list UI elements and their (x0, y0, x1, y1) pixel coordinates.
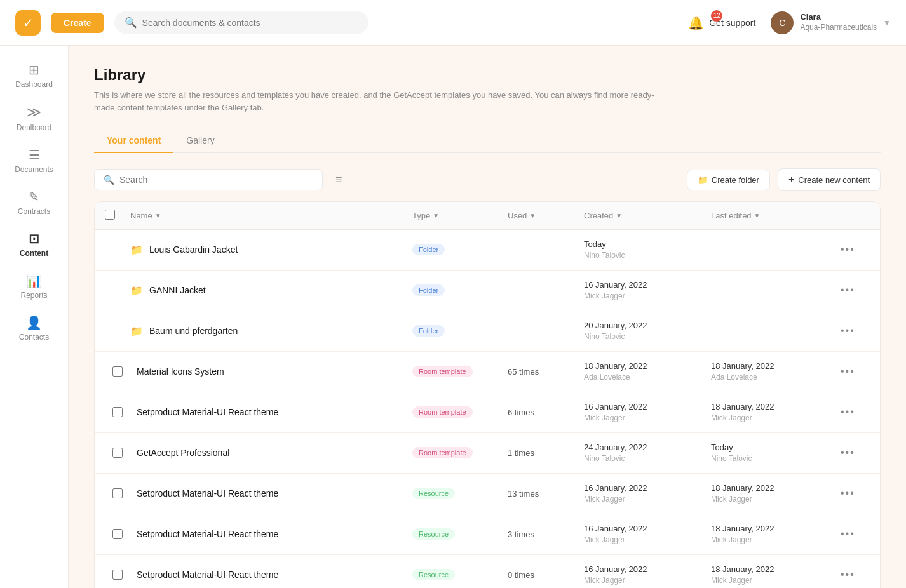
more-options-button[interactable]: ••• (838, 404, 858, 420)
row-checkbox[interactable] (112, 529, 123, 539)
row-check-cell (105, 529, 130, 539)
row-checkbox[interactable] (112, 448, 123, 458)
tab-gallery[interactable]: Gallery (173, 129, 227, 153)
row-created-by: Nino Talovic (584, 331, 711, 342)
logo[interactable]: ✓ (15, 10, 41, 36)
sort-used-icon: ▼ (529, 212, 536, 219)
create-button[interactable]: Create (51, 13, 104, 33)
more-options-button[interactable]: ••• (838, 444, 858, 461)
row-name: Material Icons System (130, 366, 412, 377)
sidebar-label-content: Content (20, 249, 48, 258)
row-checkbox[interactable] (112, 488, 123, 498)
folder-icon: 📁 (130, 244, 143, 256)
row-created: 16 January, 2022 Mick Jagger (584, 401, 711, 424)
row-last-edited: 18 January, 2022 Ada Lovelace (711, 361, 838, 383)
contacts-icon: 👤 (26, 315, 42, 330)
documents-icon: ☰ (29, 147, 40, 163)
row-actions: ••• (838, 444, 870, 461)
sidebar-item-reports[interactable]: 📊 Reports (6, 267, 63, 306)
sidebar-item-dealboard[interactable]: ≫ Dealboard (6, 98, 63, 138)
search-icon: 🔍 (104, 175, 114, 185)
table-row: 📁 Louis Gabardin Jacket Folder Today Nin… (95, 230, 880, 271)
col-used-label: Used (508, 211, 527, 220)
row-name: 📁 Louis Gabardin Jacket (130, 244, 412, 256)
row-edited-date: Today (711, 442, 838, 453)
row-edited-date: 18 January, 2022 (711, 401, 838, 413)
row-edited-by: Nino Talovic (711, 453, 838, 464)
row-created-date: 20 January, 2022 (584, 320, 711, 331)
row-type: Room template (412, 447, 508, 458)
plus-icon: + (788, 174, 794, 185)
more-options-button[interactable]: ••• (838, 485, 858, 502)
row-check-cell (105, 570, 130, 580)
row-edited-by: Mick Jagger (711, 535, 838, 545)
sidebar-item-documents[interactable]: ☰ Documents (6, 141, 63, 180)
row-checkbox[interactable] (112, 570, 123, 580)
main-content: Library This is where we store all the r… (69, 46, 906, 588)
global-search[interactable]: 🔍 (114, 11, 368, 34)
sidebar-item-contracts[interactable]: ✎ Contracts (6, 183, 63, 222)
row-name-text: Setproduct Material-UI React theme (137, 407, 278, 417)
row-checkbox[interactable] (112, 366, 123, 377)
row-used: 0 times (508, 570, 584, 580)
dealboard-icon: ≫ (27, 104, 41, 121)
sidebar-item-content[interactable]: ⊡ Content (6, 225, 63, 264)
sidebar-item-dashboard[interactable]: ⊞ Dashboard (6, 56, 63, 95)
row-created: 18 January, 2022 Ada Lovelace (584, 361, 711, 383)
row-name: Setproduct Material-UI React theme (130, 407, 412, 417)
table-row: Setproduct Material-UI React theme Resou… (95, 514, 880, 555)
row-checkbox[interactable] (112, 407, 123, 417)
content-search[interactable]: 🔍 (94, 169, 323, 190)
more-options-button[interactable]: ••• (838, 363, 858, 380)
user-menu[interactable]: C Clara Aqua-Pharmaceuticals ▼ (771, 11, 891, 34)
filter-button[interactable]: ≡ (330, 171, 348, 189)
row-edited-date: 18 January, 2022 (711, 564, 838, 575)
row-actions: ••• (838, 404, 870, 420)
more-options-button[interactable]: ••• (838, 526, 858, 542)
global-search-input[interactable] (142, 18, 358, 28)
table-row: Setproduct Material-UI React theme Room … (95, 392, 880, 433)
navbar-right: 12 🔔 Get support C Clara Aqua-Pharmaceut… (688, 11, 891, 34)
row-created-by: Nino Talovic (584, 250, 711, 261)
support-button[interactable]: 12 🔔 Get support (688, 15, 755, 30)
more-options-button[interactable]: ••• (838, 323, 858, 339)
row-name: Setproduct Material-UI React theme (130, 570, 412, 580)
col-last-edited[interactable]: Last edited ▼ (711, 211, 838, 220)
row-actions: ••• (838, 241, 870, 258)
content-search-input[interactable] (119, 175, 313, 185)
sidebar-label-contracts: Contracts (18, 207, 50, 216)
row-used: 6 times (508, 408, 584, 417)
sort-type-icon: ▼ (433, 212, 439, 219)
more-options-button[interactable]: ••• (838, 282, 858, 298)
row-created-by: Mick Jagger (584, 413, 711, 424)
content-table: Name ▼ Type ▼ Used ▼ Created ▼ Last edit… (94, 201, 881, 588)
row-last-edited: Today Nino Talovic (711, 442, 838, 464)
row-created-date: 16 January, 2022 (584, 401, 711, 413)
row-created: 16 January, 2022 Mick Jagger (584, 483, 711, 505)
row-actions: ••• (838, 485, 870, 502)
select-all-checkbox[interactable] (105, 210, 115, 220)
col-created-label: Created (584, 211, 613, 220)
sidebar-item-contacts[interactable]: 👤 Contacts (6, 309, 63, 348)
col-name[interactable]: Name ▼ (130, 211, 412, 220)
row-created-date: 18 January, 2022 (584, 361, 711, 372)
row-last-edited: 18 January, 2022 Mick Jagger (711, 564, 838, 586)
row-last-edited: 18 January, 2022 Mick Jagger (711, 401, 838, 424)
more-options-button[interactable]: ••• (838, 566, 858, 583)
row-edited-by: Mick Jagger (711, 413, 838, 424)
row-name-text: Baum und pferdgarten (149, 326, 238, 336)
type-badge: Folder (412, 325, 445, 337)
col-used[interactable]: Used ▼ (508, 211, 584, 220)
row-edited-by: Mick Jagger (711, 575, 838, 586)
row-edited-date: 18 January, 2022 (711, 483, 838, 494)
tab-your-content[interactable]: Your content (94, 129, 173, 153)
col-type[interactable]: Type ▼ (412, 211, 508, 220)
more-options-button[interactable]: ••• (838, 241, 858, 258)
col-created[interactable]: Created ▼ (584, 211, 711, 220)
create-folder-button[interactable]: 📁 Create folder (687, 170, 770, 190)
row-created-by: Ada Lovelace (584, 372, 711, 383)
row-used: 13 times (508, 489, 584, 498)
top-navbar: ✓ Create 🔍 12 🔔 Get support C Clara Aqua… (0, 0, 906, 46)
create-folder-label: Create folder (712, 175, 759, 185)
create-content-button[interactable]: + Create new content (778, 168, 881, 191)
